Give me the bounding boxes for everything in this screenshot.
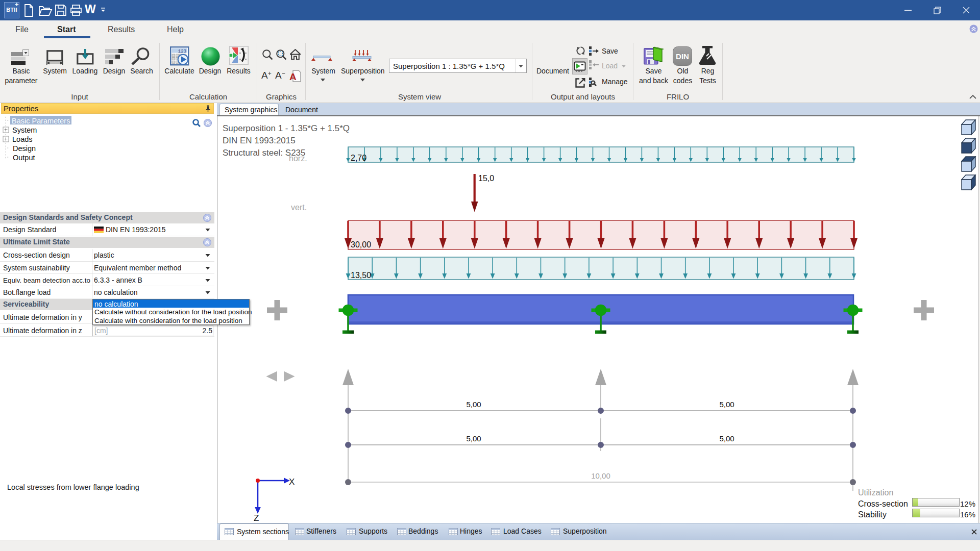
svg-text:DIN: DIN <box>676 52 689 61</box>
svg-text:5,00: 5,00 <box>466 400 481 409</box>
svg-text:horz.: horz. <box>289 154 307 163</box>
svg-text:13,50: 13,50 <box>351 271 371 280</box>
svg-text:Z: Z <box>254 513 259 523</box>
svg-text:5,00: 5,00 <box>719 400 734 409</box>
svg-text:30,00: 30,00 <box>351 240 371 249</box>
svg-text:16%: 16% <box>960 510 975 519</box>
svg-text:2,70: 2,70 <box>351 154 366 162</box>
svg-text:Stability: Stability <box>858 510 887 519</box>
svg-text:5,00: 5,00 <box>719 434 734 443</box>
svg-text:X: X <box>289 477 295 487</box>
svg-text:A: A <box>289 71 297 82</box>
svg-text:DIN EN 1993:2015: DIN EN 1993:2015 <box>223 136 296 145</box>
svg-text:10,00: 10,00 <box>591 471 610 480</box>
svg-text:12%: 12% <box>960 499 975 508</box>
svg-text:123: 123 <box>178 49 186 54</box>
svg-text:Superposition 1 - 1.35*G + 1.5: Superposition 1 - 1.35*G + 1.5*Q <box>223 123 350 133</box>
svg-text:Utilization: Utilization <box>858 488 893 497</box>
svg-text:15,0: 15,0 <box>478 174 494 183</box>
svg-text:vert.: vert. <box>291 203 307 212</box>
svg-text:5,00: 5,00 <box>466 434 481 443</box>
svg-text:Cross-section: Cross-section <box>858 499 908 508</box>
